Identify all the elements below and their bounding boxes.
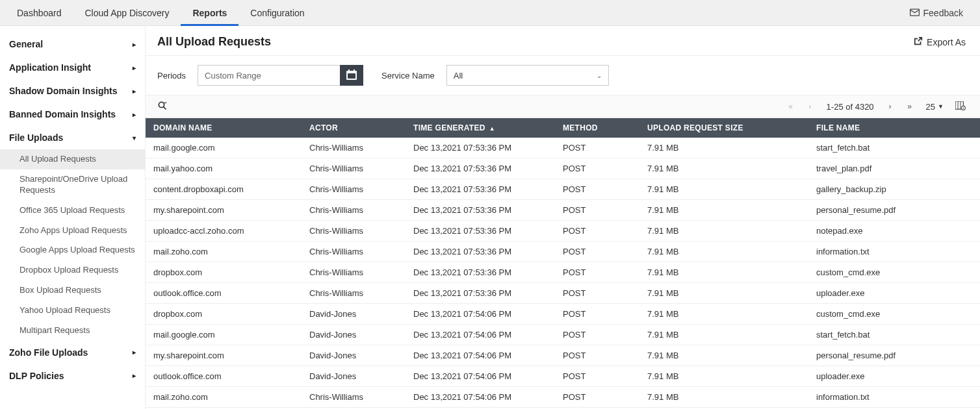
cell-actor: Chris-Williams bbox=[302, 262, 406, 283]
column-header-size[interactable]: UPLOAD REQUEST SIZE bbox=[639, 118, 808, 138]
cell-size: 7.91 MB bbox=[639, 345, 808, 366]
table-row[interactable]: my.sharepoint.comDavid-JonesDec 13,2021 … bbox=[146, 345, 980, 366]
cell-domain: uploadcc-accl.zoho.com bbox=[146, 221, 302, 242]
columns-icon bbox=[955, 103, 966, 112]
cell-domain: mail.google.com bbox=[146, 138, 302, 158]
cell-actor: David-Jones bbox=[302, 345, 406, 366]
pager-prev-button[interactable]: ‹ bbox=[803, 99, 818, 114]
cell-file: start_fetch.bat bbox=[808, 138, 980, 158]
search-button[interactable] bbox=[157, 101, 168, 112]
cell-method: POST bbox=[555, 366, 639, 387]
pager-first-button[interactable]: « bbox=[784, 99, 798, 114]
sidebar-group-shadow-domain-insights[interactable]: Shadow Domain Insights▸ bbox=[0, 79, 145, 103]
tab-dashboard[interactable]: Dashboard bbox=[5, 0, 73, 26]
sidebar-item-zoho-apps-upload-requests[interactable]: Zoho Apps Upload Requests bbox=[0, 221, 145, 241]
sidebar-item-yahoo-upload-requests[interactable]: Yahoo Upload Requests bbox=[0, 301, 145, 321]
table-row[interactable]: mail.google.comChris-WilliamsDec 13,2021… bbox=[146, 138, 980, 158]
cell-method: POST bbox=[555, 262, 639, 283]
service-name-value: All bbox=[454, 71, 463, 81]
cell-actor: Chris-Williams bbox=[302, 158, 406, 179]
table-row[interactable]: mail.yahoo.comChris-WilliamsDec 13,2021 … bbox=[146, 158, 980, 179]
page-size-value: 25 bbox=[926, 102, 935, 112]
caret-right-icon: ▸ bbox=[133, 349, 136, 356]
table-row[interactable]: mail.zoho.comChris-WilliamsDec 13,2021 0… bbox=[146, 387, 980, 408]
pager-last-button[interactable]: » bbox=[903, 99, 917, 114]
cell-time: Dec 13,2021 07:53:36 PM bbox=[406, 158, 555, 179]
cell-time: Dec 13,2021 07:53:36 PM bbox=[406, 221, 555, 242]
sidebar-item-office-365-upload-requests[interactable]: Office 365 Upload Requests bbox=[0, 201, 145, 221]
page-size-select[interactable]: 25 ▼ bbox=[922, 102, 948, 112]
table-row[interactable]: mail.zoho.comChris-WilliamsDec 13,2021 0… bbox=[146, 242, 980, 262]
table-row[interactable]: outlook.office.comChris-WilliamsDec 13,2… bbox=[146, 283, 980, 304]
sidebar-group-label: DLP Policies bbox=[9, 371, 64, 381]
column-header-file[interactable]: FILE NAME bbox=[808, 118, 980, 138]
svg-point-0 bbox=[159, 102, 164, 107]
column-header-actor[interactable]: ACTOR bbox=[302, 118, 406, 138]
svg-line-1 bbox=[164, 106, 166, 109]
sidebar-item-box-upload-requests[interactable]: Box Upload Requests bbox=[0, 280, 145, 301]
sidebar-item-google-apps-upload-requests[interactable]: Google Apps Upload Requests bbox=[0, 240, 145, 260]
cell-actor: David-Jones bbox=[302, 325, 406, 345]
periods-input[interactable] bbox=[198, 65, 341, 86]
cell-domain: dropbox.com bbox=[146, 304, 302, 325]
table-row[interactable]: dropbox.comDavid-JonesDec 13,2021 07:54:… bbox=[146, 304, 980, 325]
sidebar-group-label: Zoho File Uploads bbox=[9, 347, 88, 358]
sidebar-group-label: General bbox=[9, 39, 43, 49]
caret-down-icon: ▼ bbox=[938, 103, 944, 110]
export-as-button[interactable]: Export As bbox=[914, 36, 966, 47]
export-as-label: Export As bbox=[927, 37, 966, 47]
cell-size: 7.91 MB bbox=[639, 200, 808, 221]
table-row[interactable]: content.dropboxapi.comChris-WilliamsDec … bbox=[146, 179, 980, 200]
column-header-time[interactable]: TIME GENERATED▲ bbox=[406, 118, 555, 138]
caret-right-icon: ▸ bbox=[133, 88, 136, 95]
feedback-button[interactable]: Feedback bbox=[910, 8, 975, 18]
sidebar-group-label: Application Insight bbox=[9, 62, 91, 73]
calendar-button[interactable] bbox=[340, 65, 363, 86]
cell-size: 7.91 MB bbox=[639, 262, 808, 283]
tab-cloud-app-discovery[interactable]: Cloud App Discovery bbox=[73, 0, 181, 26]
upload-requests-table: DOMAIN NAMEACTORTIME GENERATED▲METHODUPL… bbox=[146, 118, 980, 408]
sidebar-item-sharepoint-onedrive-upload-requests[interactable]: Sharepoint/OneDrive Upload Requests bbox=[0, 169, 145, 201]
caret-right-icon: ▸ bbox=[133, 64, 136, 71]
cell-size: 7.91 MB bbox=[639, 179, 808, 200]
sidebar-group-file-uploads[interactable]: File Uploads▾ bbox=[0, 126, 145, 149]
tab-configuration[interactable]: Configuration bbox=[239, 0, 316, 26]
cell-size: 7.91 MB bbox=[639, 283, 808, 304]
column-header-domain[interactable]: DOMAIN NAME bbox=[146, 118, 302, 138]
table-row[interactable]: dropbox.comChris-WilliamsDec 13,2021 07:… bbox=[146, 262, 980, 283]
cell-time: Dec 13,2021 07:53:36 PM bbox=[406, 283, 555, 304]
sidebar-item-dropbox-upload-requests[interactable]: Dropbox Upload Requests bbox=[0, 260, 145, 280]
cell-time: Dec 13,2021 07:53:36 PM bbox=[406, 179, 555, 200]
service-name-select[interactable]: All ⌄ bbox=[446, 65, 609, 86]
sidebar-group-label: Banned Domain Insights bbox=[9, 109, 116, 119]
sidebar-item-multipart-requests[interactable]: Multipart Requests bbox=[0, 321, 145, 341]
table-row[interactable]: uploadcc-accl.zoho.comChris-WilliamsDec … bbox=[146, 221, 980, 242]
table-row[interactable]: my.sharepoint.comChris-WilliamsDec 13,20… bbox=[146, 200, 980, 221]
sidebar-group-banned-domain-insights[interactable]: Banned Domain Insights▸ bbox=[0, 103, 145, 126]
cell-size: 7.91 MB bbox=[639, 158, 808, 179]
sidebar-group-zoho-file-uploads[interactable]: Zoho File Uploads▸ bbox=[0, 341, 145, 364]
table-row[interactable]: mail.google.comDavid-JonesDec 13,2021 07… bbox=[146, 325, 980, 345]
cell-time: Dec 13,2021 07:53:36 PM bbox=[406, 242, 555, 262]
cell-domain: mail.zoho.com bbox=[146, 387, 302, 408]
cell-time: Dec 13,2021 07:54:06 PM bbox=[406, 325, 555, 345]
cell-actor: David-Jones bbox=[302, 304, 406, 325]
tab-reports[interactable]: Reports bbox=[181, 0, 239, 26]
table-toolbar: « ‹ 1-25 of 4320 › » 25 ▼ bbox=[146, 95, 980, 118]
table-row[interactable]: outlook.office.comDavid-JonesDec 13,2021… bbox=[146, 366, 980, 387]
cell-domain: my.sharepoint.com bbox=[146, 345, 302, 366]
sidebar: General▸Application Insight▸Shadow Domai… bbox=[0, 26, 146, 409]
cell-method: POST bbox=[555, 200, 639, 221]
pager-next-button[interactable]: › bbox=[883, 99, 897, 114]
cell-method: POST bbox=[555, 325, 639, 345]
caret-down-icon: ▾ bbox=[133, 134, 136, 142]
pager-range: 1-25 of 4320 bbox=[823, 102, 878, 112]
service-name-label: Service Name bbox=[381, 71, 435, 81]
pager: « ‹ 1-25 of 4320 › » 25 ▼ bbox=[784, 99, 968, 114]
sidebar-group-dlp-policies[interactable]: DLP Policies▸ bbox=[0, 364, 145, 388]
sidebar-group-application-insight[interactable]: Application Insight▸ bbox=[0, 56, 145, 79]
columns-settings-button[interactable] bbox=[953, 101, 968, 112]
column-header-method[interactable]: METHOD bbox=[555, 118, 639, 138]
sidebar-group-general[interactable]: General▸ bbox=[0, 32, 145, 56]
sidebar-item-all-upload-requests[interactable]: All Upload Requests bbox=[0, 149, 145, 169]
